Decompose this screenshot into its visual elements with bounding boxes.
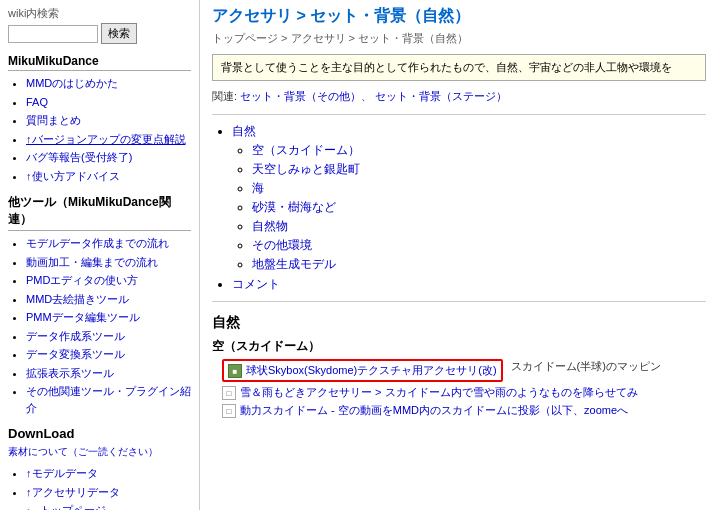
sky-item-1: □ 雪＆雨もどきアクセサリー > スカイドーム内で雪や雨のようなものを降らせてみ [222,385,706,400]
other-tools-title: 他ツール（MikuMikuDance関連） [8,194,191,231]
other-tool-8[interactable]: その他関連ツール・プラグイン紹介 [26,385,191,414]
mmd-section-title: MikuMikuDance [8,54,191,71]
download-section: DownLoad 素材について（ご一読ください） ↑モデルデータ ↑アクセサリデ… [8,426,191,510]
cat-sub-1[interactable]: 天空しみゅと銀匙町 [252,162,360,176]
divider-2 [212,301,706,302]
other-tool-6[interactable]: データ変換系ツール [26,348,125,360]
divider-1 [212,114,706,115]
mmd-link-2[interactable]: 質問まとめ [26,114,81,126]
breadcrumb-text: トップページ > アクセサリ > セット・背景（自然） [212,32,468,44]
mmd-link-1[interactable]: FAQ [26,96,48,108]
cat-sub-0[interactable]: 空（スカイドーム） [252,143,360,157]
sky-item-2: □ 動力スカイドーム - 空の動画をMMD内のスカイドームに投影（以下、zoom… [222,403,706,418]
other-tool-1[interactable]: 動画加工・編集までの流れ [26,256,158,268]
sky-item-2-icon: □ [222,404,236,418]
sky-items-list: ■ 球状Skybox(Skydome)テクスチャ用アクセサリ(改) スカイドーム… [212,359,706,418]
sidebar: wiki内検索 検索 MikuMikuDance MMDのはじめかた FAQ 質… [0,0,200,510]
dl-link-0[interactable]: ↑モデルデータ [26,467,98,479]
sky-item-2-link[interactable]: 動力スカイドーム - 空の動画をMMD内のスカイドームに投影（以下、zoomeへ [240,403,628,418]
dl-link-1[interactable]: ↑アクセサリデータ [26,486,120,498]
related-link-1[interactable]: セット・背景（ステージ） [375,90,507,102]
mmd-link-4[interactable]: バグ等報告(受付終了) [26,151,132,163]
section-sky-heading: 空（スカイドーム） [212,338,706,355]
sky-item-0-link[interactable]: 球状Skybox(Skydome)テクスチャ用アクセサリ(改) [246,363,497,378]
search-section: wiki内検索 検索 [8,6,191,44]
cat-sub-4[interactable]: 自然物 [252,219,288,233]
mmd-link-3[interactable]: ↑バージョンアップの変更点解説 [26,133,186,145]
sky-item-0: ■ 球状Skybox(Skydome)テクスチャ用アクセサリ(改) スカイドーム… [222,359,706,382]
other-tool-3[interactable]: MMD去絵描きツール [26,293,129,305]
related-label: 関連: [212,90,237,102]
other-tool-2[interactable]: PMDエディタの使い方 [26,274,138,286]
cat-comment: コメント [232,276,706,293]
sky-item-0-rest: スカイドーム(半球)のマッピン [511,359,661,374]
description-box: 背景として使うことを主な目的として作られたもので、自然、宇宙などの非人工物や環境… [212,54,706,81]
cat-sub-2[interactable]: 海 [252,181,264,195]
search-label: wiki内検索 [8,6,191,21]
natural-categories-list: 自然 空（スカイドーム） 天空しみゅと銀匙町 海 砂漠・樹海など 自然物 その他… [212,123,706,293]
breadcrumb: トップページ > アクセサリ > セット・背景（自然） [212,31,706,46]
search-input[interactable] [8,25,98,43]
cat-sub-6[interactable]: 地盤生成モデル [252,257,336,271]
cat-natural-link[interactable]: 自然 [232,124,256,138]
cat-natural: 自然 空（スカイドーム） 天空しみゅと銀匙町 海 砂漠・樹海など 自然物 その他… [232,123,706,273]
search-button[interactable]: 検索 [101,23,137,44]
cat-comment-link[interactable]: コメント [232,277,280,291]
download-note-link[interactable]: 素材について（ご一読ください） [8,446,158,457]
download-list: ↑モデルデータ ↑アクセサリデータ トップページ 小物:楽器、武器、食品、その他… [8,465,191,510]
sky-item-0-highlight: ■ 球状Skybox(Skydome)テクスチャ用アクセサリ(改) [222,359,503,382]
other-tool-5[interactable]: データ作成系ツール [26,330,125,342]
mmd-links-list: MMDのはじめかた FAQ 質問まとめ ↑バージョンアップの変更点解説 バグ等報… [8,75,191,184]
cat-natural-sub: 空（スカイドーム） 天空しみゅと銀匙町 海 砂漠・樹海など 自然物 その他環境 … [232,142,706,273]
sky-item-0-icon: ■ [228,364,242,378]
other-tool-0[interactable]: モデルデータ作成までの流れ [26,237,169,249]
main-content: アクセサリ > セット・背景（自然） トップページ > アクセサリ > セット・… [200,0,718,510]
download-title: DownLoad [8,426,191,441]
related-link-0[interactable]: セット・背景（その他） [240,90,361,102]
other-tool-4[interactable]: PMMデータ編集ツール [26,311,140,323]
mmd-link-0[interactable]: MMDのはじめかた [26,77,118,89]
other-tools-list: モデルデータ作成までの流れ 動画加工・編集までの流れ PMDエディタの使い方 M… [8,235,191,416]
sky-item-1-link[interactable]: 雪＆雨もどきアクセサリー > スカイドーム内で雪や雨のようなものを降らせてみ [240,385,638,400]
cat-sub-5[interactable]: その他環境 [252,238,312,252]
page-title: アクセサリ > セット・背景（自然） [212,6,706,27]
sky-item-1-icon: □ [222,386,236,400]
mmd-link-5[interactable]: ↑使い方アドバイス [26,170,120,182]
download-note: 素材について（ご一読ください） [8,445,191,459]
other-tool-7[interactable]: 拡張表示系ツール [26,367,114,379]
cat-sub-3[interactable]: 砂漠・樹海など [252,200,336,214]
dl-sub-0[interactable]: トップページ [40,504,106,510]
section-natural-heading: 自然 [212,314,706,332]
related-line: 関連: セット・背景（その他）、 セット・背景（ステージ） [212,89,706,104]
